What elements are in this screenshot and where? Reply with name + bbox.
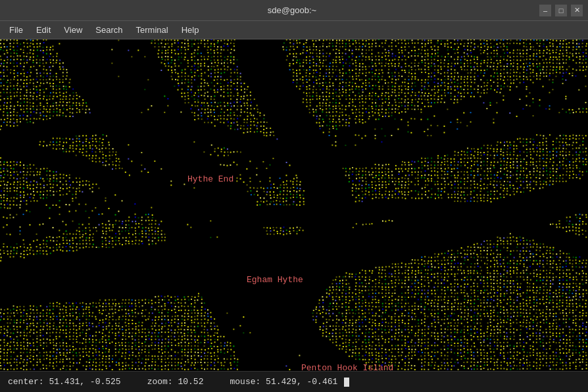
map-canvas xyxy=(0,39,588,371)
titlebar-controls: – □ ✕ xyxy=(539,5,583,16)
center-status: center: 51.431, -0.525 xyxy=(8,377,121,387)
statusbar: center: 51.431, -0.525 zoom: 10.52 mouse… xyxy=(0,371,588,392)
minimize-button[interactable]: – xyxy=(539,5,551,16)
mouse-status: mouse: 51.429, -0.461 xyxy=(230,377,349,387)
menu-file[interactable]: File xyxy=(3,22,30,37)
close-button[interactable]: ✕ xyxy=(571,5,583,16)
menu-view[interactable]: View xyxy=(57,22,89,37)
cursor-blink xyxy=(344,378,349,387)
menubar: File Edit View Search Terminal Help xyxy=(0,21,588,39)
map-area[interactable]: Hythe EndEgham HythePenton Hook IslandLi… xyxy=(0,39,588,371)
menu-terminal[interactable]: Terminal xyxy=(130,22,175,37)
menu-edit[interactable]: Edit xyxy=(30,22,57,37)
maximize-button[interactable]: □ xyxy=(555,5,567,16)
zoom-status: zoom: 10.52 xyxy=(147,377,204,387)
titlebar: sde@goob:~ – □ ✕ xyxy=(0,0,588,21)
menu-help[interactable]: Help xyxy=(175,22,206,37)
menu-search[interactable]: Search xyxy=(89,22,129,37)
titlebar-title: sde@goob:~ xyxy=(45,5,539,15)
